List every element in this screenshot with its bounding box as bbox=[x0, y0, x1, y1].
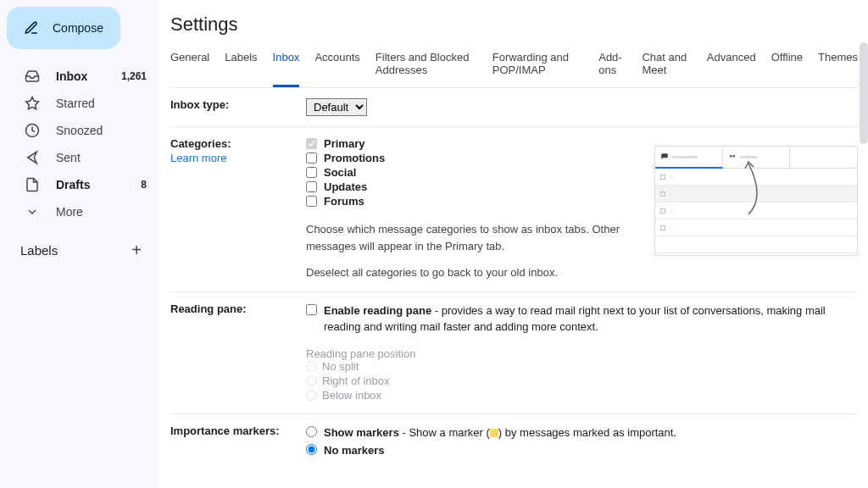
main-content: Settings GeneralLabelsInboxAccountsFilte… bbox=[157, 0, 868, 488]
show-markers-label: Show markers bbox=[324, 426, 399, 439]
reading-pane-label: Reading pane: bbox=[170, 302, 306, 403]
reading-pane-below-inbox-radio bbox=[306, 390, 317, 401]
tab-inbox[interactable]: Inbox bbox=[273, 51, 300, 87]
scrollbar-thumb[interactable] bbox=[860, 42, 868, 144]
reading-pane-right-of-inbox-radio bbox=[306, 375, 317, 386]
category-label: Updates bbox=[324, 180, 367, 193]
svg-marker-0 bbox=[26, 97, 39, 109]
sidebar-item-drafts[interactable]: Drafts8 bbox=[7, 171, 157, 198]
category-updates-checkbox[interactable] bbox=[306, 181, 317, 192]
category-forums-checkbox[interactable] bbox=[306, 196, 317, 207]
tab-general[interactable]: General bbox=[170, 51, 209, 87]
sidebar-item-snoozed[interactable]: Snoozed bbox=[7, 117, 157, 144]
sidebar-item-label: More bbox=[56, 205, 147, 219]
category-label: Promotions bbox=[324, 152, 385, 164]
reading-pane-option-label: Below inbox bbox=[322, 389, 381, 402]
sidebar-item-inbox[interactable]: Inbox1,261 bbox=[7, 63, 157, 90]
sidebar-item-starred[interactable]: Starred bbox=[7, 90, 157, 117]
sidebar-item-label: Snoozed bbox=[56, 124, 147, 137]
inbox-type-select[interactable]: Default bbox=[306, 98, 367, 116]
tab-offline[interactable]: Offline bbox=[771, 51, 803, 87]
tab-filters-and-blocked-addresses[interactable]: Filters and Blocked Addresses bbox=[376, 51, 477, 87]
clock-icon bbox=[24, 122, 41, 139]
tab-advanced[interactable]: Advanced bbox=[707, 51, 756, 87]
tab-preview-image: ☆ ☆ ☆ ☆ bbox=[654, 146, 858, 256]
tab-forwarding-and-pop/imap[interactable]: Forwarding and POP/IMAP bbox=[492, 51, 583, 87]
reading-pane-option-label: No split bbox=[322, 360, 359, 373]
primary-tab-icon bbox=[660, 152, 669, 161]
sidebar-item-label: Inbox bbox=[56, 69, 121, 83]
categories-label: Categories: bbox=[170, 137, 231, 150]
sidebar-item-label: Starred bbox=[56, 97, 147, 110]
sidebar: Compose Inbox1,261StarredSnoozedSentDraf… bbox=[0, 0, 157, 488]
send-icon bbox=[24, 149, 41, 166]
tab-add-ons[interactable]: Add-ons bbox=[598, 51, 626, 87]
add-label-button[interactable]: + bbox=[126, 241, 147, 260]
nav-list: Inbox1,261StarredSnoozedSentDrafts8More bbox=[7, 63, 157, 225]
tab-labels[interactable]: Labels bbox=[225, 51, 257, 87]
sidebar-item-more[interactable]: More bbox=[7, 198, 157, 225]
page-title: Settings bbox=[170, 14, 858, 36]
category-label: Primary bbox=[324, 137, 364, 150]
sidebar-item-count: 1,261 bbox=[121, 70, 147, 82]
category-label: Forums bbox=[324, 195, 364, 208]
section-importance-markers: Importance markers: Show markers - Show … bbox=[170, 414, 858, 471]
category-label: Social bbox=[324, 166, 356, 179]
section-reading-pane: Reading pane: Enable reading pane - prov… bbox=[170, 292, 858, 414]
social-tab-icon bbox=[728, 153, 737, 162]
reading-pane-position-label: Reading pane position bbox=[306, 347, 858, 360]
categories-desc1: Choose which message categories to show … bbox=[306, 221, 620, 254]
section-categories: Categories: Learn more PrimaryPromotions… bbox=[170, 127, 858, 292]
star-icon bbox=[24, 95, 41, 112]
reading-pane-no-split-radio bbox=[306, 361, 317, 372]
tab-accounts[interactable]: Accounts bbox=[314, 51, 359, 87]
compose-button[interactable]: Compose bbox=[7, 7, 120, 49]
no-markers-label: No markers bbox=[324, 444, 385, 457]
categories-desc2: Deselect all categories to go back to yo… bbox=[306, 264, 620, 281]
category-social-checkbox[interactable] bbox=[306, 167, 317, 178]
labels-title: Labels bbox=[20, 243, 58, 258]
inbox-type-label: Inbox type: bbox=[170, 98, 306, 116]
inbox-icon bbox=[24, 68, 41, 85]
arrow-illustration bbox=[740, 155, 782, 223]
learn-more-link[interactable]: Learn more bbox=[170, 152, 306, 164]
file-icon bbox=[24, 176, 41, 193]
sidebar-item-label: Drafts bbox=[56, 178, 141, 191]
reading-pane-option-label: Right of inbox bbox=[322, 374, 390, 387]
importance-label: Importance markers: bbox=[170, 424, 306, 461]
section-inbox-type: Inbox type: Default bbox=[170, 88, 858, 127]
sidebar-item-label: Sent bbox=[56, 151, 147, 164]
tab-themes[interactable]: Themes bbox=[818, 51, 858, 87]
no-markers-radio[interactable] bbox=[306, 444, 317, 455]
sidebar-item-count: 8 bbox=[141, 179, 147, 191]
labels-header: Labels + bbox=[7, 237, 157, 263]
settings-tabs: GeneralLabelsInboxAccountsFilters and Bl… bbox=[170, 51, 858, 88]
compose-label: Compose bbox=[53, 21, 103, 35]
enable-reading-pane-label: Enable reading pane bbox=[324, 304, 431, 317]
pencil-icon bbox=[24, 20, 39, 36]
tab-chat-and-meet[interactable]: Chat and Meet bbox=[642, 51, 691, 87]
category-primary-checkbox bbox=[306, 138, 317, 149]
chevron-down-icon bbox=[24, 203, 41, 220]
importance-marker-icon bbox=[490, 429, 498, 437]
category-promotions-checkbox[interactable] bbox=[306, 152, 317, 164]
show-markers-radio[interactable] bbox=[306, 426, 317, 437]
enable-reading-pane-checkbox[interactable] bbox=[306, 304, 317, 315]
sidebar-item-sent[interactable]: Sent bbox=[7, 144, 157, 171]
